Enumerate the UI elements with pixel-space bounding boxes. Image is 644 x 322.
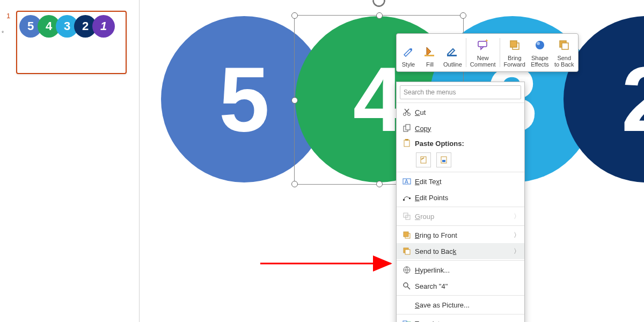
menu-separator (397, 225, 524, 226)
paste-picture-button[interactable] (436, 152, 451, 167)
svg-rect-20 (442, 160, 445, 162)
handle-sw[interactable] (291, 181, 298, 187)
bring-forward-button[interactable]: Bring Forward (501, 35, 528, 70)
menu-edit-text[interactable]: A Edit Text (397, 173, 524, 189)
svg-point-32 (404, 283, 408, 287)
menu-search-placeholder: Search the menus (404, 89, 456, 96)
svg-rect-15 (406, 125, 410, 130)
svg-rect-11 (562, 43, 568, 49)
edit-points-icon (401, 193, 413, 202)
send-to-back-button[interactable]: Send to Back (552, 35, 577, 70)
menu-separator (397, 295, 524, 296)
menu-separator (397, 314, 524, 314)
new-comment-icon: ✦ (477, 38, 489, 53)
hyperlink-icon (401, 266, 413, 274)
svg-point-8 (536, 41, 544, 49)
handle-ne[interactable] (460, 12, 466, 19)
translate-icon: a字 (401, 319, 413, 322)
bring-to-front-icon (401, 231, 413, 239)
app-root: 1 * 5 4 3 2 1 5 4 3 2 (0, 0, 644, 322)
menu-edit-points[interactable]: Edit Points (397, 189, 524, 206)
menu-group: Group 〉 (397, 208, 524, 224)
submenu-arrow-icon: 〉 (514, 212, 520, 221)
menu-translate[interactable]: a字 Translate (397, 316, 524, 322)
svg-rect-24 (409, 197, 411, 199)
rotate-handle-icon[interactable] (371, 0, 386, 8)
paste-keep-source-button[interactable] (416, 152, 431, 167)
style-icon (402, 43, 414, 59)
send-to-back-icon (558, 38, 570, 53)
svg-point-13 (408, 113, 411, 116)
thumbnail-slot-1: 1 * 5 4 3 2 1 (6, 11, 133, 74)
paste-options-strip (397, 150, 524, 171)
new-comment-button[interactable]: ✦ New Comment (467, 35, 499, 70)
menu-cut[interactable]: Cut (397, 104, 524, 120)
paste-icon (401, 139, 413, 148)
svg-rect-28 (404, 232, 408, 237)
submenu-arrow-icon: 〉 (514, 231, 520, 240)
edit-text-icon: A (401, 177, 413, 186)
menu-search[interactable]: Search the menus (400, 85, 521, 99)
fill-icon (423, 43, 436, 59)
shape-effects-button[interactable]: Shape Effects (528, 35, 552, 70)
svg-point-12 (404, 113, 406, 116)
style-button[interactable]: Style (398, 35, 419, 70)
menu-save-as-picture[interactable]: Save as Picture... (397, 297, 524, 313)
bring-forward-icon (509, 38, 521, 53)
slide-thumbnail-1[interactable]: 5 4 3 2 1 (16, 11, 127, 74)
mini-toolbar: Style Fill Outline ✦ New Comment (396, 33, 579, 72)
svg-rect-7 (510, 41, 517, 47)
slide-canvas-area[interactable]: 5 4 3 2 (140, 0, 644, 322)
menu-bring-to-front[interactable]: Bring to Front 〉 (397, 227, 524, 243)
outline-button[interactable]: Outline (441, 35, 465, 70)
menu-search-4[interactable]: Search "4" (397, 278, 524, 294)
copy-icon (401, 124, 413, 133)
submenu-arrow-icon: 〉 (514, 247, 520, 256)
mini-toolbar-separator (466, 38, 466, 67)
svg-rect-16 (404, 140, 409, 147)
context-menu: Search the menus Cut Copy Paste Optio (396, 82, 525, 322)
mini-toolbar-separator-2 (500, 38, 500, 67)
transition-star-icon: * (2, 30, 4, 37)
svg-text:A: A (405, 179, 408, 185)
svg-rect-30 (405, 250, 410, 254)
menu-hyperlink[interactable]: Hyperlink... (397, 262, 524, 278)
svg-rect-17 (405, 139, 408, 141)
handle-s[interactable] (376, 181, 383, 187)
slide-number: 1 (6, 11, 16, 20)
handle-n[interactable] (376, 12, 383, 19)
svg-rect-2 (425, 55, 434, 56)
send-to-back-menu-icon (401, 247, 413, 255)
menu-separator (397, 207, 524, 207)
handle-w[interactable] (291, 97, 298, 104)
thumbnail-pane[interactable]: 1 * 5 4 3 2 1 (0, 0, 140, 322)
menu-copy[interactable]: Copy (397, 120, 524, 136)
menu-separator (397, 172, 524, 172)
shape-effects-icon (534, 38, 546, 53)
menu-separator (397, 103, 524, 103)
cut-icon (401, 108, 413, 116)
fill-button[interactable]: Fill (419, 35, 441, 70)
svg-text:✦: ✦ (485, 39, 489, 43)
group-icon (401, 212, 413, 221)
search-icon (401, 282, 413, 290)
outline-icon (446, 43, 459, 59)
svg-rect-23 (403, 199, 405, 201)
annotation-arrow (258, 255, 397, 272)
menu-paste-options: Paste Options: (397, 136, 524, 150)
svg-rect-3 (447, 55, 457, 56)
menu-send-to-back[interactable]: Send to Back 〉 (397, 243, 524, 259)
menu-separator (397, 260, 524, 261)
thumb-circle-1: 1 (92, 15, 115, 38)
handle-nw[interactable] (291, 12, 298, 19)
svg-point-9 (537, 42, 540, 45)
svg-point-1 (410, 48, 412, 50)
